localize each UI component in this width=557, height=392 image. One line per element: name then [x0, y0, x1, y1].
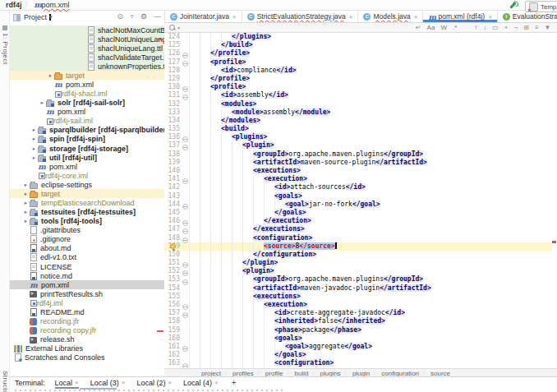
- tree-item-rdf4j-shacl-iml[interactable]: rdf4j-shacl.iml: [10, 90, 164, 99]
- match-case-toggle[interactable]: Aa: [427, 24, 435, 31]
- tree-item-about-md[interactable]: about.md: [10, 244, 164, 253]
- code-line-163[interactable]: <configuration>: [189, 359, 550, 367]
- tree-item-gitattributes[interactable]: .gitattributes: [10, 226, 164, 235]
- code-line-136[interactable]: <plugins>: [189, 133, 550, 141]
- code-line-133[interactable]: <module>assembly</module>: [189, 108, 550, 117]
- close-icon[interactable]: ×: [349, 13, 353, 21]
- tree-item-gitignore[interactable]: .gitignore: [10, 235, 164, 244]
- tree-item-shacluniquelang-ttl[interactable]: shaclUniqueLang.ttl: [10, 44, 164, 53]
- breadcrumb-item-pom-xml[interactable]: pom.xml: [42, 1, 70, 9]
- code-line-157[interactable]: <id>create-aggregate-javadoc</id>: [189, 309, 550, 317]
- project-panel-title[interactable]: Project: [24, 13, 47, 21]
- code-line-128[interactable]: <id>compliance</id>: [189, 67, 550, 75]
- tree-item-scratches-and-consoles[interactable]: Scratches and Consoles: [10, 353, 164, 362]
- code-line-146[interactable]: </execution>: [189, 217, 550, 225]
- chevron-right-icon[interactable]: ▸: [30, 136, 38, 142]
- search-icon[interactable]: [169, 25, 176, 31]
- chevron-right-icon[interactable]: ▸: [22, 182, 30, 188]
- close-icon[interactable]: ×: [168, 379, 172, 386]
- tree-item-notice-md[interactable]: notice.md: [10, 271, 164, 280]
- fold-marker-icon[interactable]: [182, 95, 188, 100]
- code-line-145[interactable]: </goals>: [189, 209, 550, 217]
- code-line-149[interactable]: <source>8</source>: [189, 242, 550, 251]
- close-icon[interactable]: ×: [214, 379, 219, 386]
- tree-item-spin-rdf4j-spin[interactable]: ▸spin [rdf4j-spin]: [10, 135, 164, 144]
- fold-marker-icon[interactable]: [182, 270, 188, 276]
- code-line-152[interactable]: <plugin>: [189, 267, 550, 275]
- fold-marker-icon[interactable]: [182, 279, 188, 285]
- tree-item-pom-xml[interactable]: mpom.xml: [10, 280, 164, 289]
- tab-strictevaluationstrategy-java[interactable]: CStrictEvaluationStrategy.java×: [242, 11, 359, 22]
- chevron-right-icon[interactable]: ▸: [30, 127, 38, 133]
- code-line-132[interactable]: <modules>: [189, 100, 550, 108]
- code-line-139[interactable]: <artifactId>maven-source-plugin</artifac…: [189, 159, 550, 167]
- code-line-153[interactable]: <groupId>org.apache.maven.plugins</group…: [189, 275, 550, 284]
- tree-item-license[interactable]: LICENSE: [10, 262, 164, 271]
- close-icon[interactable]: ×: [75, 379, 79, 386]
- tree-item-eclipse-settings[interactable]: ▸eclipse-settings: [10, 180, 164, 189]
- regex-toggle[interactable]: .*: [453, 24, 457, 31]
- select-all-icon[interactable]: ⊞: [523, 24, 529, 31]
- line-number-gutter[interactable]: 1241251261271281291301311321331341351361…: [164, 33, 180, 368]
- new-terminal-button[interactable]: +: [232, 378, 237, 387]
- run-configuration-select[interactable]: Temp: [525, 1, 557, 12]
- code-line-130[interactable]: <profile>: [189, 83, 550, 91]
- tree-item-sparqlbuilder-rdf4j-sparqlbuilder[interactable]: ▸sparqlbuilder [rdf4j-sparqlbuilder]: [10, 126, 164, 135]
- code-line-141[interactable]: <execution>: [189, 175, 550, 183]
- chevron-right-icon[interactable]: ▸: [39, 99, 46, 106]
- tree-item-readme-md[interactable]: README.md: [10, 307, 164, 316]
- fold-marker-icon[interactable]: [182, 238, 188, 243]
- fold-marker-icon[interactable]: [182, 204, 188, 210]
- code-line-125[interactable]: </build>: [189, 41, 550, 49]
- code-line-144[interactable]: <goal>jar-no-fork</goal>: [189, 201, 550, 209]
- code-line-143[interactable]: <goals>: [189, 192, 550, 201]
- code-line-151[interactable]: </plugin>: [189, 259, 550, 267]
- code-line-155[interactable]: <executions>: [189, 293, 550, 301]
- fold-marker-icon[interactable]: [182, 304, 188, 310]
- error-stripe-mark[interactable]: [552, 241, 556, 243]
- newline-icon[interactable]: ↵: [416, 24, 421, 31]
- tree-item-tools-rdf4j-tools[interactable]: ▸tools [rdf4j-tools]: [10, 217, 164, 226]
- tree-item-printtestresults-sh[interactable]: printTestResults.sh: [10, 289, 164, 298]
- chevron-right-icon[interactable]: ▸: [22, 218, 30, 224]
- tree-item-rdf4j-iml[interactable]: rdf4j.iml: [10, 298, 164, 307]
- tab-joiniterator-java[interactable]: CJoinIterator.java×: [165, 11, 242, 22]
- code-line-150[interactable]: </configuration>: [189, 251, 550, 259]
- code-line-140[interactable]: <executions>: [189, 167, 550, 175]
- terminal-tab-local-3[interactable]: Local (3)×: [90, 377, 126, 389]
- tree-item-solr-rdf4j-sail-solr[interactable]: ▸solr [rdf4j-sail-solr]: [10, 99, 164, 108]
- tree-item-shaclvalidatetarget-ttl[interactable]: shaclValidateTarget.ttl: [10, 53, 164, 62]
- intention-bulb-icon[interactable]: [170, 243, 176, 249]
- terminal-tab-local-2[interactable]: Local (2)×: [136, 377, 172, 389]
- tree-item-pom-xml[interactable]: mpom.xml: [10, 162, 164, 171]
- editor[interactable]: ▾ ↵AaW.*↑↓▭+¬⊞≡▼ 12412512612712812913013…: [164, 23, 557, 377]
- add-occurrence-icon[interactable]: +: [504, 24, 509, 31]
- code-line-126[interactable]: </profile>: [189, 49, 550, 58]
- fold-marker-icon[interactable]: [182, 136, 188, 142]
- fold-marker-icon[interactable]: [182, 228, 188, 234]
- search-history-chevron-icon[interactable]: ▾: [177, 25, 180, 30]
- code-line-137[interactable]: <plugin>: [189, 141, 550, 150]
- fold-marker-icon[interactable]: [182, 220, 188, 226]
- wrench-icon[interactable]: [509, 2, 516, 8]
- fold-marker-icon[interactable]: [182, 61, 188, 67]
- tree-item-recording-copy-jfr[interactable]: recording copy.jfr: [10, 326, 164, 335]
- tree-item-shaclnotuniquelang-ttl[interactable]: shaclNotUniqueLang.ttl: [10, 35, 164, 44]
- code-line-148[interactable]: <configuration>: [189, 234, 550, 242]
- terminal-tab-local-4[interactable]: Local (4)×: [183, 377, 219, 389]
- find-prev-icon[interactable]: ↑: [474, 24, 477, 31]
- tree-item-external-libraries[interactable]: External Libraries: [10, 344, 164, 353]
- exclude-occurrence-icon[interactable]: ¬: [514, 24, 518, 31]
- terminal-tab-local[interactable]: Local×: [55, 377, 79, 389]
- tree-item-target[interactable]: ▸target: [10, 189, 164, 198]
- code-line-159[interactable]: <phase>package</phase>: [189, 326, 550, 334]
- chevron-right-icon[interactable]: ▸: [30, 154, 38, 161]
- fold-marker-icon[interactable]: [182, 53, 188, 58]
- code-area[interactable]: </plugins></build></profile><profile><id…: [189, 33, 550, 368]
- fold-marker-icon[interactable]: [182, 145, 188, 150]
- fold-marker-icon[interactable]: [182, 178, 188, 184]
- code-line-156[interactable]: <execution>: [189, 301, 550, 309]
- chevron-right-icon[interactable]: ▸: [22, 191, 30, 197]
- filter-lines-icon[interactable]: ≡: [535, 24, 539, 31]
- code-line-142[interactable]: <id>attach-sources</id>: [189, 183, 550, 191]
